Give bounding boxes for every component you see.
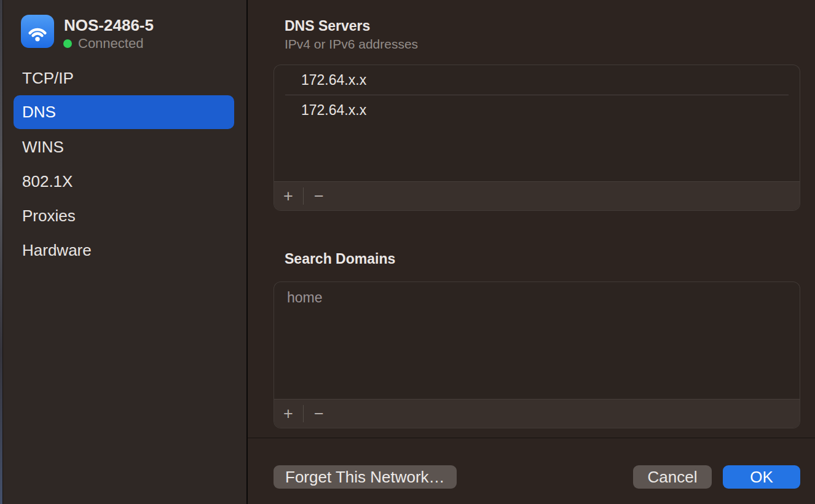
dns-server-value: 172.64.x.x <box>301 72 366 88</box>
network-name: NOS-2486-5 <box>64 16 154 35</box>
forget-network-button[interactable]: Forget This Network… <box>274 465 457 489</box>
add-dns-server-button[interactable]: + <box>278 182 299 210</box>
dns-server-row[interactable]: 172.64.x.x <box>274 95 800 125</box>
remove-dns-server-button[interactable]: − <box>309 182 329 210</box>
sidebar-item-proxies[interactable]: Proxies <box>0 199 246 233</box>
search-domains-list-toolbar: + − <box>274 399 800 428</box>
sidebar-item-wins[interactable]: WINS <box>0 130 246 164</box>
search-domains-title: Search Domains <box>285 251 395 267</box>
network-status: Connected <box>63 36 143 52</box>
sidebar-item-hardware[interactable]: Hardware <box>0 233 246 267</box>
dns-servers-title: DNS Servers <box>285 18 370 34</box>
network-status-label: Connected <box>78 36 143 52</box>
dns-server-row[interactable]: 172.64.x.x <box>274 65 800 95</box>
footer-divider <box>248 438 815 438</box>
connected-status-dot <box>63 39 72 48</box>
dns-settings-pane: DNS Servers IPv4 or IPv6 addresses 172.6… <box>248 0 815 504</box>
search-domain-value: home <box>287 289 323 305</box>
sidebar-nav: TCP/IP DNS WINS 802.1X Proxies Hardware <box>0 61 246 267</box>
wifi-icon <box>21 15 54 48</box>
dns-server-value: 172.64.x.x <box>301 102 366 118</box>
sidebar-item-tcpip[interactable]: TCP/IP <box>0 61 246 95</box>
search-domain-row[interactable]: home <box>274 282 800 313</box>
dns-servers-list-toolbar: + − <box>274 181 800 210</box>
sidebar: NOS-2486-5 Connected TCP/IP DNS WINS 802… <box>0 0 246 504</box>
ok-button[interactable]: OK <box>723 465 800 489</box>
search-domains-list: home + − <box>274 282 800 428</box>
sidebar-divider <box>246 0 248 504</box>
cancel-button[interactable]: Cancel <box>633 465 712 489</box>
window-edge <box>0 0 3 504</box>
wifi-details-dialog: NOS-2486-5 Connected TCP/IP DNS WINS 802… <box>0 0 815 504</box>
remove-search-domain-button[interactable]: − <box>309 400 329 428</box>
sidebar-item-dns[interactable]: DNS <box>14 95 234 129</box>
toolbar-separator <box>303 187 304 205</box>
sidebar-item-8021x[interactable]: 802.1X <box>0 164 246 199</box>
add-search-domain-button[interactable]: + <box>278 400 299 428</box>
toolbar-separator <box>303 405 304 422</box>
dns-servers-subtitle: IPv4 or IPv6 addresses <box>285 37 418 52</box>
dns-servers-list: 172.64.x.x 172.64.x.x + − <box>274 65 800 211</box>
